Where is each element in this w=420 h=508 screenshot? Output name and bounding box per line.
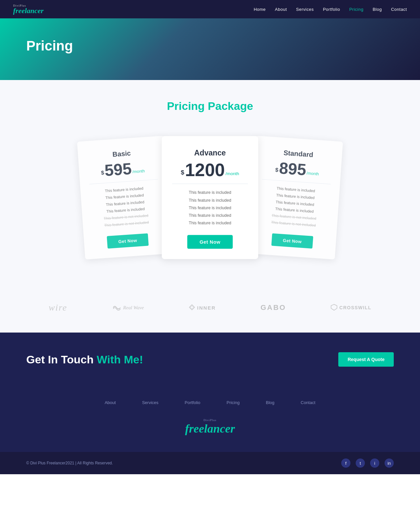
footer-nav-item-pricing[interactable]: Pricing [226,399,240,405]
footer-logo-diviplus: DiviPlus [26,418,394,422]
copyright-text: © Divi Plus Freelancer2021 | All Rights … [26,461,113,465]
footer-nav-links: About Services Portfolio Pricing Blog Co… [26,399,394,405]
feature-item: This feature is included [172,212,248,219]
feature-item: This feature is included [172,196,248,204]
inner-diamond-icon [189,304,195,312]
card-price-basic: $ 595 /month [88,159,158,180]
realwave-wave-icon [112,303,121,312]
card-period-standard: /month [306,171,319,176]
nav-links: Home About Services Portfolio Pricing Bl… [254,6,407,12]
nav-item-home[interactable]: Home [254,6,266,12]
pricing-cards-container: Basic $ 595 /month This feature is inclu… [13,129,407,266]
logo-gabo: GABO [261,303,286,312]
feature-item: This feature is included [172,204,248,212]
svg-marker-2 [331,304,337,310]
nav-item-about[interactable]: About [275,6,287,12]
logo[interactable]: DiviPlus freelancer [13,4,44,14]
get-now-button-standard[interactable]: Get Now [271,233,313,249]
card-currency-advance: $ [181,169,184,176]
card-currency-standard: $ [275,167,279,173]
footer-nav-item-portfolio[interactable]: Portfolio [185,399,200,405]
facebook-icon[interactable]: f [341,458,350,468]
logo-crosswill: CROSSWILL [331,304,371,312]
card-period-basic: /month [132,169,145,174]
pricing-card-standard: Standard $ 895 /month This feature is in… [248,136,343,260]
card-divider-basic [89,179,158,184]
card-period-advance: /month [225,171,239,176]
logo-freelancer: freelancer [13,7,44,14]
get-now-button-advance[interactable]: Get Now [187,235,233,249]
nav-item-contact[interactable]: Contact [391,6,407,12]
card-divider-standard [262,179,331,184]
feature-item: This feature is included [172,219,248,227]
twitter-icon[interactable]: t [356,458,365,468]
logo-wire: wire [49,302,67,313]
get-now-button-basic[interactable]: Get Now [107,233,149,249]
card-name-basic: Basic [87,148,156,160]
logos-section: wire Real Wave INNER GABO CROSSWILL [0,293,420,333]
pricing-card-basic: Basic $ 595 /month This feature is inclu… [77,136,172,260]
footer-nav: About Services Portfolio Pricing Blog Co… [0,386,420,452]
nav-item-portfolio[interactable]: Portfolio [323,6,340,12]
footer-cta-section: Get In Touch With Me! Request A Quote [0,333,420,386]
card-features-standard: This feature is included This feature is… [259,184,330,230]
card-amount-basic: 595 [104,160,132,178]
card-name-advance: Advance [172,149,248,157]
footer-logo: DiviPlus freelancer [26,418,394,436]
crosswill-shield-icon [331,304,337,312]
card-price-standard: $ 895 /month [262,159,332,180]
nav-item-pricing[interactable]: Pricing [349,6,363,12]
nav-item-blog[interactable]: Blog [373,6,382,12]
footer-nav-item-about[interactable]: About [105,399,116,405]
card-divider-advance [172,184,248,184]
card-name-standard: Standard [264,148,333,160]
footer-bottom: © Divi Plus Freelancer2021 | All Rights … [0,452,420,474]
pricing-section-title: Pricing Package [13,100,407,112]
logo-realwave: Real Wave [112,303,144,312]
card-features-advance: This feature is included This feature is… [172,189,248,227]
linkedin-icon[interactable]: in [385,458,394,468]
cta-heading: Get In Touch With Me! [26,353,143,366]
hero-header: Pricing [0,18,420,80]
pricing-card-advance: Advance $ 1200 /month This feature is in… [162,136,258,259]
social-icons: f t i in [341,458,394,468]
feature-item: This feature is included [172,189,248,196]
card-price-advance: $ 1200 /month [172,161,248,179]
instagram-icon[interactable]: i [370,458,379,468]
footer-nav-item-blog[interactable]: Blog [266,399,274,405]
card-currency-basic: $ [101,170,104,176]
pricing-section: Pricing Package Basic $ 595 /month This … [0,80,420,293]
page-title: Pricing [26,38,73,54]
request-quote-button[interactable]: Request A Quote [338,352,394,367]
footer-logo-freelancer: freelancer [26,422,394,436]
logo-inner: INNER [189,304,216,312]
card-amount-advance: 1200 [185,161,225,179]
footer-nav-item-contact[interactable]: Contact [301,399,315,405]
navbar: DiviPlus freelancer Home About Services … [0,0,420,18]
card-amount-standard: 895 [279,160,307,178]
footer-nav-item-services[interactable]: Services [142,399,158,405]
nav-item-services[interactable]: Services [296,6,314,12]
card-features-basic: This feature is included This feature is… [90,184,161,230]
